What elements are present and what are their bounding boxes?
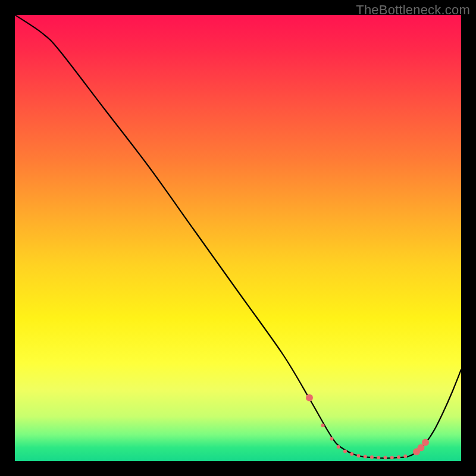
valley-marker (330, 437, 334, 441)
valley-marker (377, 456, 380, 459)
valley-marker (364, 455, 367, 459)
curve-svg (15, 15, 461, 461)
valley-marker (384, 456, 387, 459)
valley-marker (350, 452, 353, 456)
valley-marker (370, 455, 374, 459)
valley-marker (357, 454, 361, 458)
valley-marker (397, 455, 400, 459)
valley-marker (343, 450, 347, 453)
plot-area (15, 15, 461, 461)
valley-marker (403, 455, 407, 458)
bottleneck-curve (15, 15, 461, 458)
valley-marker (422, 439, 429, 446)
valley-marker (306, 394, 313, 402)
valley-marker (321, 424, 325, 427)
valley-markers (306, 394, 429, 460)
watermark-text: TheBottleneck.com (356, 2, 470, 18)
valley-marker (337, 445, 340, 449)
chart-frame: TheBottleneck.com (0, 0, 476, 476)
valley-marker (390, 456, 394, 459)
